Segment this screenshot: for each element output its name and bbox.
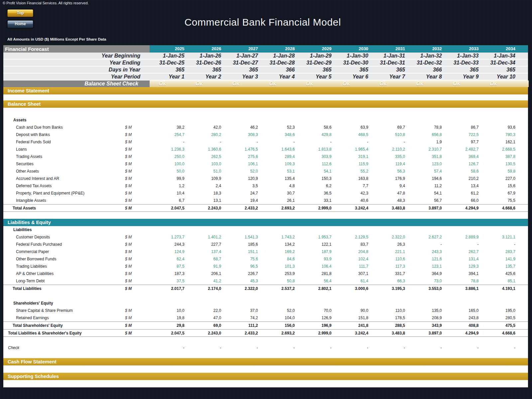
cell-value[interactable]: 2.174,0: [187, 286, 223, 291]
cell-value[interactable]: 1,9: [407, 140, 444, 144]
cell-value[interactable]: 13,4: [444, 184, 481, 188]
meta-row-label[interactable]: Year Ending: [3, 60, 150, 66]
cell-value[interactable]: 425,6: [480, 271, 517, 276]
unit-label[interactable]: $ M: [120, 206, 150, 210]
meta-cell-value[interactable]: 31-Dec-28: [260, 60, 297, 66]
cell-value[interactable]: 1.476,5: [223, 147, 260, 152]
cell-value[interactable]: 335,0: [370, 154, 407, 159]
cell-value[interactable]: -: [480, 345, 517, 350]
top-button[interactable]: Top: [7, 9, 33, 17]
cell-value[interactable]: 58,6: [444, 169, 481, 174]
cell-value[interactable]: 280,5: [480, 316, 517, 320]
cell-value[interactable]: 3.897,0: [407, 331, 444, 335]
year-header-cell[interactable]: 2034: [480, 45, 517, 53]
cell-value[interactable]: 85,1: [480, 279, 517, 283]
unit-label[interactable]: $ M: [120, 235, 150, 239]
meta-cell-value[interactable]: Year 2: [187, 74, 223, 80]
cell-value[interactable]: 2.999,0: [297, 331, 333, 335]
cell-value[interactable]: 288,5: [370, 323, 407, 328]
cell-value[interactable]: 2.537,2: [260, 286, 297, 291]
cell-value[interactable]: 109,9: [187, 176, 223, 181]
cell-value[interactable]: 33,1: [297, 198, 333, 203]
cell-value[interactable]: 104,0: [260, 316, 297, 320]
cell-value[interactable]: 137,4: [187, 249, 223, 254]
row-label[interactable]: Loans: [3, 147, 120, 152]
meta-cell-value[interactable]: 31-Dec-25: [150, 60, 187, 66]
cell-value[interactable]: 656,8: [407, 132, 444, 137]
cell-value[interactable]: -: [333, 345, 370, 350]
meta-cell-value[interactable]: 1-Jan-30: [333, 53, 370, 59]
meta-cell-value[interactable]: Year 4: [260, 74, 297, 80]
cell-value[interactable]: -: [444, 242, 481, 247]
cell-value[interactable]: 408,8: [444, 323, 481, 328]
row-label[interactable]: Total Liabilities: [3, 286, 120, 291]
row-label[interactable]: Long-Term Debt: [3, 279, 120, 283]
meta-cell-value[interactable]: Year 3: [223, 74, 260, 80]
cell-value[interactable]: 254,7: [150, 132, 187, 137]
cell-value[interactable]: 208,9: [407, 316, 444, 320]
cell-value[interactable]: 280,2: [187, 132, 223, 137]
cell-value[interactable]: 281,8: [297, 271, 333, 276]
row-label[interactable]: Cash and Due from Banks: [3, 125, 120, 130]
year-header-cell[interactable]: 2027: [223, 45, 260, 53]
row-label[interactable]: Securities: [3, 162, 120, 166]
cell-value[interactable]: 241,8: [333, 323, 370, 328]
cell-value[interactable]: 194,6: [407, 176, 444, 181]
cell-value[interactable]: 187,9: [297, 249, 333, 254]
row-label[interactable]: Trading Liabilities: [3, 264, 120, 269]
balance-check-cell[interactable]: Ok: [444, 80, 481, 87]
cell-value[interactable]: 129,3: [444, 264, 481, 269]
unit-label[interactable]: $ M: [120, 242, 150, 247]
cell-value[interactable]: 2.243,0: [187, 331, 223, 335]
unit-label[interactable]: $ M: [120, 279, 150, 283]
cell-value[interactable]: 2.482,7: [444, 147, 481, 152]
cell-value[interactable]: 101,3: [260, 264, 297, 269]
cell-value[interactable]: 52,0: [223, 169, 260, 174]
cell-value[interactable]: 103,0: [187, 162, 223, 166]
cell-value[interactable]: 1.965,4: [333, 147, 370, 152]
meta-cell-value[interactable]: 366: [407, 67, 444, 73]
cell-value[interactable]: 91,9: [187, 264, 223, 269]
cell-value[interactable]: 3.000,6: [333, 286, 370, 291]
cell-value[interactable]: 47,8: [370, 191, 407, 196]
row-label[interactable]: Other Assets: [3, 169, 120, 174]
balance-check-cell[interactable]: Ok: [223, 80, 260, 87]
cell-value[interactable]: -: [444, 345, 481, 350]
cell-value[interactable]: 3.553,0: [407, 286, 444, 291]
cell-value[interactable]: 2.047,5: [150, 331, 187, 335]
cell-value[interactable]: 204,8: [333, 249, 370, 254]
cell-value[interactable]: 57,4: [407, 169, 444, 174]
financial-forecast-header[interactable]: Financial Forecast: [3, 45, 150, 53]
meta-cell-value[interactable]: 1-Jan-29: [297, 53, 333, 59]
unit-label[interactable]: $ M: [120, 264, 150, 269]
cell-value[interactable]: 429,8: [297, 132, 333, 137]
cell-value[interactable]: 187,3: [150, 271, 187, 276]
meta-cell-value[interactable]: 31-Dec-27: [223, 60, 260, 66]
cell-value[interactable]: 226,7: [223, 271, 260, 276]
cell-value[interactable]: 97,7: [444, 140, 481, 144]
unit-label[interactable]: $ M: [120, 169, 150, 174]
cell-value[interactable]: 510,8: [370, 132, 407, 137]
cell-value[interactable]: 37,5: [150, 279, 187, 283]
cell-value[interactable]: 18,3: [187, 191, 223, 196]
cell-value[interactable]: 2.433,2: [223, 206, 260, 210]
unit-label[interactable]: $ M: [120, 316, 150, 320]
cell-value[interactable]: 62,4: [150, 257, 187, 261]
cell-value[interactable]: 50,8: [260, 279, 297, 283]
meta-cell-value[interactable]: Year 1: [150, 74, 187, 80]
cell-value[interactable]: 19,8: [150, 316, 187, 320]
cell-value[interactable]: 169,2: [260, 249, 297, 254]
meta-row-label[interactable]: Year Period: [3, 74, 150, 80]
cell-value[interactable]: 123,0: [407, 162, 444, 166]
cell-value[interactable]: 165,0: [444, 308, 481, 313]
cell-value[interactable]: 50,0: [150, 169, 187, 174]
cell-value[interactable]: -: [297, 140, 333, 144]
row-label[interactable]: Total Assets: [3, 206, 120, 210]
cell-value[interactable]: 7,7: [333, 184, 370, 188]
cell-value[interactable]: 206,1: [187, 271, 223, 276]
cell-value[interactable]: 40,6: [333, 198, 370, 203]
year-header-cell[interactable]: 2033: [444, 45, 481, 53]
cell-value[interactable]: 196,9: [297, 323, 333, 328]
meta-cell-value[interactable]: 365: [187, 67, 223, 73]
cell-value[interactable]: 58,6: [297, 125, 333, 130]
